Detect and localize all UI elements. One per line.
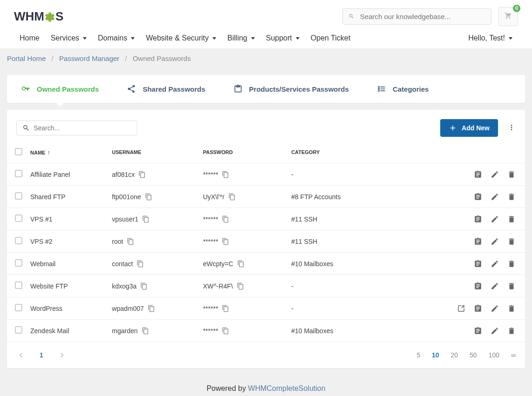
delete-icon[interactable]: [507, 170, 516, 179]
clipboard-action-icon[interactable]: [474, 215, 482, 223]
copy-icon[interactable]: [136, 260, 144, 268]
row-checkbox[interactable]: [15, 259, 22, 267]
clipboard-action-icon[interactable]: [474, 327, 482, 335]
select-all-checkbox[interactable]: [15, 148, 22, 155]
pagination: 1 5102050100∞: [7, 342, 525, 368]
copy-icon[interactable]: [237, 260, 245, 268]
nav-website-security[interactable]: Website & Security: [140, 28, 222, 48]
tab-categories[interactable]: Categories: [363, 75, 443, 103]
logo-suffix: S: [55, 9, 63, 24]
cart-icon: [505, 12, 512, 20]
page-size-20[interactable]: 20: [451, 351, 458, 359]
prev-page[interactable]: [16, 350, 26, 360]
edit-icon[interactable]: [491, 170, 499, 179]
copy-icon[interactable]: [142, 215, 150, 223]
row-checkbox[interactable]: [15, 192, 22, 200]
edit-icon[interactable]: [491, 304, 499, 313]
copy-icon[interactable]: [222, 171, 229, 178]
cell-username: root: [106, 230, 197, 253]
copy-icon[interactable]: [138, 171, 146, 178]
copy-icon[interactable]: [127, 238, 134, 245]
delete-icon[interactable]: [507, 215, 516, 223]
col-password[interactable]: PASSWORD: [198, 141, 286, 163]
delete-icon[interactable]: [507, 282, 516, 290]
edit-icon[interactable]: [491, 282, 499, 290]
copy-icon[interactable]: [222, 215, 229, 223]
delete-icon[interactable]: [507, 237, 516, 246]
clipboard-action-icon[interactable]: [474, 304, 482, 313]
table-row: Affiliate Panelaf081cx******-: [7, 163, 525, 186]
nav-domains[interactable]: Domains: [92, 28, 140, 48]
copy-icon[interactable]: [145, 193, 152, 201]
page-size-5[interactable]: 5: [416, 351, 420, 359]
clipboard-action-icon[interactable]: [474, 260, 482, 268]
edit-icon[interactable]: [491, 193, 499, 201]
edit-icon[interactable]: [491, 260, 499, 268]
col-name[interactable]: NAME↑: [30, 141, 106, 163]
clipboard-action-icon[interactable]: [474, 170, 482, 179]
copy-icon[interactable]: [228, 193, 236, 201]
delete-icon[interactable]: [507, 260, 516, 268]
logo[interactable]: WHM S: [14, 9, 63, 24]
footer-link[interactable]: WHMCompleteSolution: [248, 384, 325, 392]
row-checkbox[interactable]: [15, 215, 22, 222]
key-icon: [21, 84, 30, 94]
delete-icon[interactable]: [507, 327, 516, 335]
row-checkbox[interactable]: [15, 170, 22, 177]
nav-home[interactable]: Home: [14, 28, 45, 48]
share-icon: [127, 84, 136, 94]
col-category[interactable]: CATEGORY: [286, 141, 388, 163]
cart-button[interactable]: 0: [498, 7, 518, 26]
open-icon[interactable]: [457, 304, 465, 313]
nav-billing[interactable]: Billing: [222, 28, 260, 48]
table-search-input[interactable]: [34, 124, 131, 132]
col-username[interactable]: USERNAME: [106, 141, 197, 163]
kb-search-input[interactable]: [360, 13, 485, 20]
row-checkbox[interactable]: [15, 237, 22, 244]
next-page[interactable]: [57, 350, 67, 360]
cell-category: #10 Mailboxes: [286, 253, 388, 275]
clipboard-action-icon[interactable]: [474, 237, 482, 246]
page-size-50[interactable]: 50: [470, 351, 477, 359]
page-size-100[interactable]: 100: [489, 351, 499, 359]
breadcrumb-home[interactable]: Portal Home: [7, 54, 46, 62]
kb-search[interactable]: [342, 8, 491, 25]
breadcrumb-parent[interactable]: Password Manager: [59, 54, 119, 62]
tab-shared-passwords[interactable]: Shared Passwords: [113, 75, 219, 103]
copy-icon[interactable]: [148, 305, 155, 312]
edit-icon[interactable]: [491, 237, 499, 246]
copy-icon[interactable]: [222, 238, 229, 245]
cell-username: wpadm007: [106, 297, 197, 320]
delete-icon[interactable]: [507, 304, 516, 313]
copy-icon[interactable]: [222, 305, 229, 312]
page-size-10[interactable]: 10: [432, 351, 439, 359]
clipboard-action-icon[interactable]: [474, 282, 482, 290]
user-menu[interactable]: Hello, Test!: [463, 28, 518, 48]
copy-icon[interactable]: [237, 282, 244, 290]
tab-products-passwords[interactable]: Products/Services Passwords: [219, 75, 363, 103]
delete-icon[interactable]: [507, 193, 516, 201]
tabs: Owned Passwords Shared Passwords Product…: [7, 75, 525, 103]
copy-icon[interactable]: [140, 282, 148, 290]
nav-open-ticket[interactable]: Open Ticket: [305, 28, 356, 48]
table-search[interactable]: [16, 121, 137, 135]
row-checkbox[interactable]: [15, 304, 22, 311]
row-checkbox[interactable]: [15, 282, 22, 289]
edit-icon[interactable]: [491, 215, 499, 223]
table-row: Shared FTPftp001oneUyX\l'*r#8 FTP Accoun…: [7, 186, 525, 208]
copy-icon[interactable]: [142, 327, 149, 335]
search-icon: [22, 124, 30, 132]
more-options-button[interactable]: [507, 123, 516, 133]
nav-services[interactable]: Services: [45, 28, 92, 48]
page-size-∞[interactable]: ∞: [511, 351, 516, 359]
tab-owned-passwords[interactable]: Owned Passwords: [7, 75, 113, 103]
add-new-button[interactable]: Add New: [440, 119, 498, 137]
copy-icon[interactable]: [222, 327, 229, 335]
current-page[interactable]: 1: [40, 351, 43, 359]
cell-password: XW^-R4F\: [198, 275, 286, 297]
row-checkbox[interactable]: [15, 326, 22, 334]
cell-name: Zendesk Mail: [30, 320, 106, 342]
nav-support[interactable]: Support: [260, 28, 305, 48]
edit-icon[interactable]: [491, 327, 499, 335]
clipboard-action-icon[interactable]: [474, 193, 482, 201]
